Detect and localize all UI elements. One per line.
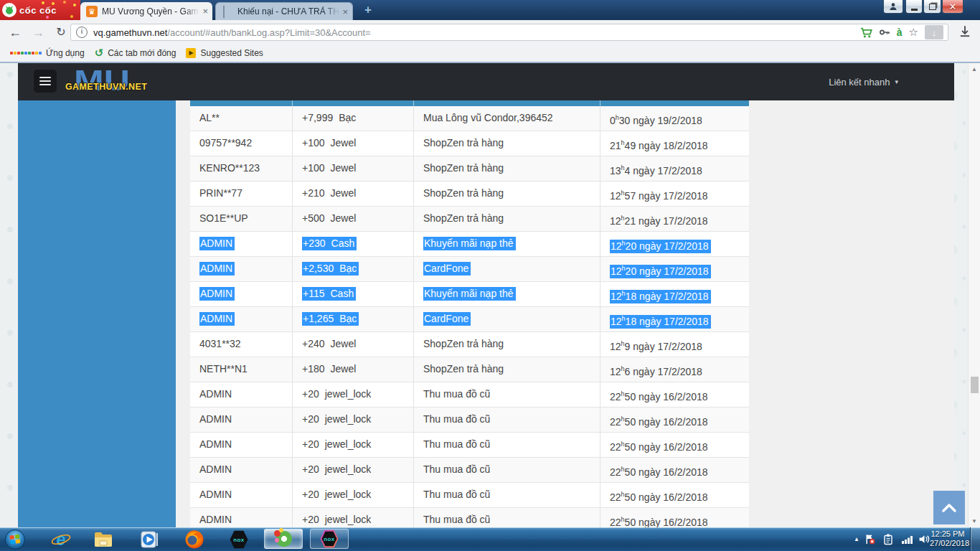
firefox-icon[interactable] [184, 529, 205, 550]
bookmark-star-icon[interactable]: ☆ [909, 26, 918, 39]
table-row[interactable]: SO1E**UP +500Jewel ShopZen trả hàng 12h2… [190, 207, 749, 232]
windows-explorer-icon[interactable] [93, 529, 114, 550]
new-tab-button[interactable]: + [359, 4, 377, 17]
key-icon[interactable] [879, 27, 890, 38]
nox-2-taskbar-button[interactable]: nox [310, 529, 349, 549]
table-row[interactable]: KENRO**123 +100Jewel ShopZen trả hàng 13… [190, 156, 749, 182]
table-row[interactable]: ADMIN +20jewel_lock Thu mua đồ cũ 22h50 … [190, 382, 749, 408]
cell-amount: +20jewel_lock [292, 433, 413, 457]
network-icon[interactable] [898, 527, 915, 551]
table-row[interactable]: PRIN**77 +210Jewel ShopZen trả hàng 12h5… [190, 182, 749, 207]
cart-icon[interactable] [860, 27, 872, 39]
site-logo[interactable]: MU GAMETHUVN.NET [65, 63, 159, 100]
tab-mu-vuong-quyen[interactable]: ♛ MU Vương Quyền - Game × [80, 2, 212, 20]
desktop-screen: cốc cốc ♛ MU Vương Quyền - Game × Khiếu … [0, 0, 980, 551]
table-row[interactable]: ADMIN +20jewel_lock Thu mua đồ cũ 22h50 … [190, 508, 749, 527]
table-row[interactable]: NETH**N1 +180Jewel ShopZen trả hàng 12h6… [190, 357, 749, 382]
info-icon[interactable]: i [76, 27, 88, 38]
reload-button[interactable]: ↻ [52, 23, 70, 42]
action-center-flag-icon[interactable] [861, 527, 878, 551]
back-button[interactable]: ← [6, 23, 24, 42]
coccoc-taskbar-button[interactable] [264, 529, 303, 549]
cell-account: ADMIN [190, 257, 292, 281]
bookmarks-bar: Ứng dụng ↺ Các tab mới đóng ▶ Suggested … [0, 44, 980, 63]
download-extension-button[interactable]: ↓ [925, 25, 943, 39]
cell-account: NETH**N1 [190, 357, 292, 382]
table-row[interactable]: ADMIN +1,265Bạc CardFone 12h18 ngày 17/2… [190, 307, 749, 332]
table-row[interactable]: ADMIN +20jewel_lock Thu mua đồ cũ 22h50 … [190, 458, 749, 483]
address-bar[interactable]: i vq.gamethuvn.net/account/#auth/bankLog… [70, 24, 948, 41]
scroll-down-arrow[interactable]: ▼ [969, 515, 980, 527]
bookmark-label: Các tab mới đóng [108, 48, 176, 58]
media-player-icon[interactable] [139, 529, 161, 550]
coccoc-brand-banner: cốc cốc [0, 0, 80, 20]
page-scrollbar[interactable]: ▲ ▼ [968, 63, 980, 527]
bookmark-reopened-tabs[interactable]: ↺ Các tab mới đóng [95, 48, 176, 58]
coccoc-brand-label: cốc cốc [19, 5, 57, 16]
scroll-to-top-button[interactable] [933, 491, 965, 524]
tab-khieu-nai[interactable]: Khiếu nại - CHƯA TRẢ TH × [215, 2, 353, 20]
close-icon[interactable]: × [202, 6, 208, 17]
profile-button[interactable] [883, 0, 903, 14]
forward-button[interactable]: → [29, 23, 47, 42]
site-header: MU GAMETHUVN.NET Liên kết nhanh ▾ [18, 63, 954, 100]
table-header-strip [190, 100, 749, 106]
quick-links-dropdown[interactable]: Liên kết nhanh ▾ [829, 63, 898, 100]
cell-amount: +230Cash [292, 232, 413, 256]
cell-account: PRIN**77 [190, 182, 292, 206]
internet-explorer-icon[interactable]: e [50, 529, 72, 550]
minimize-icon [911, 9, 918, 11]
table-row[interactable]: ADMIN +230Cash Khuyến mãi nạp thẻ 12h20 … [190, 232, 749, 257]
bookmark-apps[interactable]: Ứng dụng [10, 48, 85, 58]
nox-icon[interactable]: nox [228, 529, 250, 550]
show-desktop-button[interactable] [970, 527, 980, 551]
url-text[interactable]: vq.gamethuvn.net/account/#auth/bankLog.a… [93, 27, 860, 38]
windows-start-icon [4, 529, 26, 550]
cell-description: ShopZen trả hàng [413, 131, 600, 156]
table-row[interactable]: ADMIN +115Cash Khuyến mãi nạp thẻ 12h18 … [190, 282, 749, 307]
downloads-icon[interactable] [958, 25, 971, 41]
table-row[interactable]: ADMIN +20jewel_lock Thu mua đồ cũ 22h50 … [190, 483, 749, 508]
cell-description: Thu mua đồ cũ [413, 458, 600, 482]
bank-log-table: AL** +7,999Bạc Mua Lông vũ Condor,396452… [190, 100, 749, 527]
table-row[interactable]: AL** +7,999Bạc Mua Lông vũ Condor,396452… [190, 106, 749, 131]
cell-amount: +1,265Bạc [292, 307, 413, 331]
hamburger-menu-button[interactable] [34, 70, 57, 93]
clipboard-icon[interactable] [880, 527, 897, 551]
cell-description: Khuyến mãi nạp thẻ [413, 232, 600, 256]
table-row[interactable]: ADMIN +2,530Bạc CardFone 12h20 ngày 17/2… [190, 257, 749, 282]
table-row[interactable]: 09757**942 +100Jewel ShopZen trả hàng 21… [190, 131, 749, 156]
cell-amount: +500Jewel [292, 207, 413, 231]
cell-description: Thu mua đồ cũ [413, 382, 600, 407]
taskbar-clock[interactable]: 12:25 PM 27/02/2018 [930, 529, 966, 548]
cell-description: Thu mua đồ cũ [413, 483, 600, 507]
cell-description: Khuyến mãi nạp thẻ [413, 282, 600, 306]
restore-icon [929, 4, 936, 10]
cell-time: 12h18 ngày 17/2/2018 [600, 282, 749, 306]
vietnamese-input-icon[interactable]: à [897, 27, 903, 38]
cell-description: ShopZen trả hàng [413, 357, 600, 382]
cell-time: 12h21 ngày 17/2/2018 [600, 207, 749, 231]
start-button[interactable] [4, 529, 26, 550]
crown-icon: ♛ [86, 6, 98, 17]
cell-time: 22h50 ngày 16/2/2018 [600, 508, 749, 527]
restore-button[interactable] [923, 0, 941, 14]
cell-description: Thu mua đồ cũ [413, 433, 600, 457]
cell-description: Thu mua đồ cũ [413, 508, 600, 527]
close-icon[interactable]: × [342, 6, 348, 17]
minimize-button[interactable] [905, 0, 923, 14]
close-window-button[interactable]: ✕ [942, 0, 963, 14]
logo-mu-text: MU [74, 65, 130, 97]
scroll-up-arrow[interactable]: ▲ [969, 63, 980, 75]
table-row[interactable]: ADMIN +20jewel_lock Thu mua đồ cũ 22h50 … [190, 433, 749, 458]
cell-time: 22h50 ngày 16/2/2018 [600, 433, 749, 457]
table-row[interactable]: ADMIN +20jewel_lock Thu mua đồ cũ 22h50 … [190, 408, 749, 433]
bookmark-suggested-sites[interactable]: ▶ Suggested Sites [186, 48, 263, 58]
cell-amount: +20jewel_lock [292, 483, 413, 507]
scrollbar-thumb[interactable] [971, 377, 979, 393]
table-row[interactable]: 4031**32 +240Jewel ShopZen trả hàng 12h9… [190, 332, 749, 357]
clock-time: 12:25 PM [930, 529, 966, 539]
tab-title: MU Vương Quyền - Game [102, 6, 199, 17]
cell-time: 22h50 ngày 16/2/2018 [600, 382, 749, 407]
cell-time: 12h6 ngày 17/2/2018 [600, 357, 749, 382]
